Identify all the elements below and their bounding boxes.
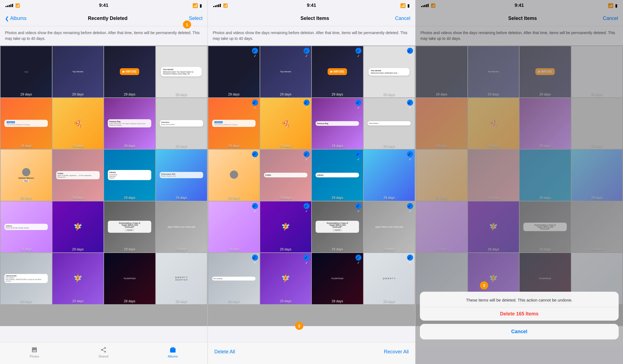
action-bar-2: Delete All Recover All (208, 342, 415, 364)
photo-grid-1: App 29 days Top Movies 29 days ▶ INFUSE … (0, 46, 207, 326)
recover-all-button[interactable]: Recover All (384, 349, 409, 355)
photo-cell[interactable]: Check in Use at Pizza Please for a bonus… (1, 98, 52, 149)
photo-cell[interactable]: ✓ 29 days (208, 150, 260, 201)
photo-cell[interactable]: ✓ Downloading a Copy of"Apple Watch User… (312, 201, 363, 253)
tab-photos-1[interactable]: Photos (30, 346, 39, 358)
alert-cancel-button[interactable]: Cancel (420, 324, 619, 339)
photo-cell[interactable]: Vladimir Milivons Mute 29 days (1, 150, 52, 201)
photo-cell[interactable]: ✓ You earned Welcome back! notification … (364, 46, 415, 97)
select-circle[interactable]: ✓ (355, 100, 361, 106)
days-label: 29 days (260, 93, 312, 96)
select-circle[interactable]: ✓ (407, 203, 413, 209)
photo-cell[interactable]: ✓ Top Movies 29 days (260, 46, 312, 97)
days-label: 29 days (208, 93, 260, 96)
photo-cell[interactable]: 24 November 2015 William Hughes chat... … (156, 150, 207, 201)
select-circle[interactable]: ✓ (252, 151, 258, 157)
select-circle[interactable]: ✓ (304, 151, 310, 157)
select-button-1[interactable]: Select (189, 16, 203, 21)
photo-cell[interactable]: 🧚 29 days (52, 253, 104, 304)
nav-bar-1: ❮ Albums Recently Deleted Select (0, 11, 207, 26)
days-label: 29 days (1, 247, 52, 251)
photo-cell[interactable]: ✓ Library 29 days (312, 150, 363, 201)
photo-cell[interactable]: ✓ 29 days (208, 46, 260, 97)
photo-cell[interactable]: ✓ 29 days (364, 150, 415, 201)
photo-cell[interactable]: ✓ Famous Ray 29 days (312, 98, 363, 149)
select-circle[interactable]: ✓ (407, 151, 413, 157)
select-circle[interactable]: ✓ (355, 151, 361, 157)
days-label: 29 days (364, 93, 415, 96)
panel-2: 📶 9:41 📶 ▮ Select Items Cancel Photos an… (207, 0, 416, 364)
photo-cell[interactable]: ✓ File sending... 29 days (208, 253, 260, 304)
tab-bar-1: Photos Shared Albums (0, 342, 207, 364)
back-button-1[interactable]: ❮ Albums (5, 16, 26, 22)
photo-cell[interactable]: ✓ Check in Use at Pizza Please for a bon… (208, 98, 260, 149)
panel-1: 📶 9:41 📶 ▮ ❮ Albums Recently Deleted Sel… (0, 0, 207, 364)
photo-cell[interactable]: Library DownloadsWatchlistSearch 29 days (104, 150, 155, 201)
photo-cell[interactable]: ▶ INFUSE 29 days (104, 46, 155, 97)
days-label: 29 days (364, 144, 415, 148)
photo-cell[interactable]: ✓ 29 days (208, 201, 260, 253)
wifi-icon-1: 📶 (192, 3, 198, 8)
photo-cell[interactable]: ✓ 🍕 29 days (260, 98, 312, 149)
photo-cell[interactable]: Downloading a Copy of"Apple Watch UserGu… (104, 201, 155, 253)
photo-cell[interactable]: ✓ Apple Watch User Guide.pdf 29 days (364, 201, 415, 253)
alert-dialog: These items will be deleted. This action… (420, 292, 619, 321)
photo-cell[interactable]: You earned Welcome back! You haven't bee… (156, 46, 207, 97)
days-label: 29 days (260, 144, 312, 148)
select-circle[interactable]: ✓ (304, 48, 310, 54)
select-circle[interactable]: ✓ (252, 100, 258, 106)
svg-rect-1 (171, 347, 174, 349)
photo-cell[interactable]: Codes Back at Shokku Japanese... +2 Firs… (52, 150, 104, 201)
photo-cell[interactable]: Famous Ray Hope Schmooze: You have a bal… (104, 98, 155, 149)
step-badge-3: 3 (480, 281, 488, 290)
right-status-icons-2: 📶 ▮ (400, 3, 410, 8)
days-label: 28 days (156, 299, 207, 303)
select-circle[interactable]: ✓ (407, 255, 413, 261)
nav-title-1: Recently Deleted (88, 16, 127, 21)
select-circle[interactable]: ✓ (304, 100, 310, 106)
days-label: 29 days (52, 93, 104, 96)
photo-cell[interactable]: Calendario Some chat content... 29 days (156, 98, 207, 149)
days-label: 29 days (364, 247, 415, 251)
alert-message: These items will be deleted. This action… (420, 292, 619, 308)
select-circle[interactable]: ✓ (252, 203, 258, 209)
photo-cell[interactable]: +88342151285 Theo WatchFile sending: +88… (1, 253, 52, 304)
select-circle[interactable]: ✓ (304, 255, 310, 261)
select-circle[interactable]: ✓ (355, 255, 361, 261)
select-circle[interactable]: ✓ (355, 203, 361, 209)
tab-shared-1[interactable]: Shared (99, 346, 108, 358)
photo-cell[interactable]: App 29 days (1, 46, 52, 97)
photo-cell[interactable]: AirDrop Share wirefi with people nearby.… (1, 201, 52, 253)
select-circle[interactable]: ✓ (407, 48, 413, 54)
select-circle[interactable]: ✓ (304, 203, 310, 209)
days-label: 29 days (104, 144, 155, 148)
cancel-button-2[interactable]: Cancel (395, 16, 410, 21)
panel-3: 📶 9:41 📶 ▮ Select Items Cancel Photos an… (416, 0, 623, 364)
photo-cell[interactable]: ✓ Q W E R T Y 28 days (364, 253, 415, 304)
photo-cell[interactable]: ✓ Chat content... 29 days (364, 98, 415, 149)
days-label: 29 days (104, 247, 155, 251)
battery-icon-1: ▮ (200, 3, 202, 8)
select-circle[interactable]: ✓ (252, 48, 258, 54)
select-circle[interactable]: ✓ (355, 48, 361, 54)
photo-cell[interactable]: 🍕 29 days (52, 98, 104, 149)
photo-cell[interactable]: 🧚 29 days (52, 201, 104, 253)
photo-cell[interactable]: Apple Watch User Guide.pdf 29 days (156, 201, 207, 253)
photo-cell[interactable]: ✓ 🧚 29 days (260, 201, 312, 253)
photo-cell[interactable]: ✓ FLIGHTS18 28 days (312, 253, 363, 304)
info-banner-2: Photos and videos show the days remainin… (208, 26, 415, 46)
step-badge-2: 2 (295, 322, 303, 330)
photo-cell[interactable]: Q W E R T YA S D F G H 28 days (156, 253, 207, 304)
select-circle[interactable]: ✓ (407, 100, 413, 106)
photo-cell[interactable]: Top Movies 29 days (52, 46, 104, 97)
photo-cell[interactable]: ✓ Codes 29 days (260, 150, 312, 201)
photo-cell[interactable]: ✓ 🧚 29 days (260, 253, 312, 304)
alert-delete-button[interactable]: Delete 165 Items (420, 307, 619, 321)
tab-albums-1[interactable]: Albums (168, 346, 178, 358)
select-circle[interactable]: ✓ (252, 255, 258, 261)
photo-cell[interactable]: FLIGHTS18 28 days (104, 253, 155, 304)
panels-container: 📶 9:41 📶 ▮ ❮ Albums Recently Deleted Sel… (0, 0, 623, 364)
days-label: 29 days (1, 144, 52, 148)
delete-all-button[interactable]: Delete All (214, 349, 235, 355)
photo-cell[interactable]: ✓ ▶ INFUSE 29 days (312, 46, 363, 97)
